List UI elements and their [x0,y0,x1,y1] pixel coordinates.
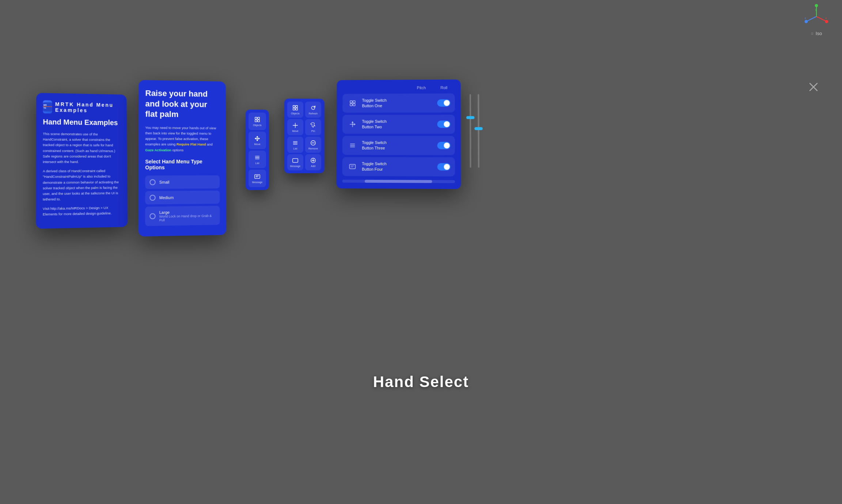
pin-icon [310,122,316,129]
card-large-panel: Pitch Roll Toggle SwitchButton One Toggl… [337,80,461,189]
scrollbar-thumb [365,180,432,183]
medium-label-move: Move [292,130,298,132]
svg-text:z: z [805,16,806,20]
mrtk-logo: MR TK [43,100,52,113]
svg-line-3 [816,16,826,21]
toggle-label-3: Toggle SwitchButton Three [362,140,433,151]
svg-line-9 [810,83,817,91]
option-large-label: Large [159,210,170,215]
hand-select-label: Hand Select [373,373,469,391]
svg-rect-18 [258,120,259,122]
toggle-switch-2[interactable] [437,121,450,128]
svg-text:y: y [815,8,817,11]
pitch-label: Pitch [417,86,426,90]
objects-icon-med [292,105,299,111]
toggle-row-4: Toggle SwitchButton Four [342,157,455,177]
roll-thumb [474,127,482,130]
card-raise-hand-title: Raise your hand and look at your flat pa… [145,88,219,120]
gizmo-iso-text: Iso [816,31,822,36]
highlight-require-flat-hand: Require Flat Hand [177,142,206,146]
message-icon-med [292,157,299,164]
toggle-switch-3[interactable] [437,142,450,149]
medium-label-list: List [293,147,297,150]
list-icon-med [292,140,299,146]
medium-menu-btn-pin[interactable]: Pin [305,119,321,135]
card-raise-hand-body: You may need to move your hands out of v… [145,125,219,153]
medium-menu-btn-remove[interactable]: Remove [305,137,321,153]
option-large-sublabel: World Lock on Hand drop or Grab & Pull [159,214,216,222]
toggle-row-1: Toggle SwitchButton One [342,94,455,113]
highlight-gaze-activation: Gaze Activation [145,148,171,152]
svg-text:MR: MR [43,104,47,106]
svg-rect-32 [293,159,298,163]
pitch-slider[interactable] [470,94,471,167]
toggle-label-2: Toggle SwitchButton Two [362,119,433,130]
medium-label-remove: Remove [308,147,318,150]
small-menu-btn-message[interactable]: Message [249,170,266,187]
add-icon [310,157,316,164]
small-menu-label-objects: Objects [253,124,262,126]
small-menu-btn-list[interactable]: List [249,151,266,168]
card-medium-menu: Objects Refresh Move Pin List Remove Mes… [284,99,325,174]
svg-rect-23 [293,106,295,107]
radio-small-icon [149,179,155,185]
card-hand-menu-para2: A derived class of HandConstraint called… [43,168,121,202]
medium-menu-btn-move[interactable]: Move [287,119,303,135]
close-button[interactable] [807,80,820,94]
medium-label-refresh: Refresh [309,112,318,115]
medium-label-add: Add [311,165,315,167]
svg-rect-16 [258,117,259,119]
toggle-switch-4[interactable] [437,163,450,170]
radio-large-icon [149,213,155,219]
svg-point-1 [805,20,808,23]
card-hand-menu-para3: Visit http://aka.ms/MRDocs > Design > UX… [43,205,121,217]
medium-menu-btn-add[interactable]: Add [305,154,321,170]
roll-slider[interactable] [478,94,479,167]
toggle-label-4: Toggle SwitchButton Four [362,161,433,172]
gizmo-label: ≡ Iso [811,31,822,36]
small-menu-label-move: Move [254,143,260,145]
medium-menu-btn-refresh[interactable]: Refresh [305,102,321,118]
option-large[interactable]: Large World Lock on Hand drop or Grab & … [145,206,220,226]
medium-menu-btn-objects[interactable]: Objects [287,102,303,118]
logo-row: MR TK MRTK Hand Menu Examples [43,100,120,114]
medium-label-pin: Pin [311,130,315,132]
sliders-container [470,94,479,175]
message-icon [254,173,261,180]
gizmo-container: z x y ≡ Iso [798,4,835,40]
medium-menu-btn-list[interactable]: List [287,137,303,153]
option-small-label: Small [159,180,170,184]
svg-line-10 [810,83,817,91]
svg-rect-15 [255,117,257,119]
svg-rect-37 [353,101,355,103]
option-small[interactable]: Small [145,175,220,189]
small-menu-btn-objects[interactable]: Objects [249,113,266,130]
toggle-row-3: Toggle SwitchButton Three [342,136,455,155]
mrtk-logo-icon: MR TK [43,101,52,113]
option-medium[interactable]: Medium [145,190,220,204]
roll-label: Roll [440,86,447,90]
card-small-menu: Objects Move List Message [246,110,269,190]
small-menu-btn-move[interactable]: Move [249,132,266,149]
small-menu-label-list: List [255,162,259,164]
toggle-switch-1[interactable] [437,99,450,107]
card-hand-menu-title: Hand Menu Examples [43,117,120,127]
mrtk-title: MRTK Hand Menu Examples [55,101,120,114]
medium-label-message: Message [290,165,300,167]
svg-rect-24 [296,106,297,107]
card-raise-hand: Raise your hand and look at your flat pa… [139,80,227,236]
medium-menu-btn-message[interactable]: Message [287,154,303,170]
medium-label-objects: Objects [291,112,300,115]
panel-scrollbar[interactable] [342,180,455,183]
toggle-icon-4 [346,161,358,173]
toggle-icon-1 [347,98,359,109]
svg-rect-22 [255,175,260,179]
move-icon-med [292,122,299,129]
toggle-label-1: Toggle SwitchButton One [362,97,434,109]
small-menu-label-message: Message [252,181,262,183]
close-icon [808,82,819,92]
svg-text:x: x [826,16,827,20]
gizmo-axes-icon: z x y [804,4,829,29]
svg-rect-43 [349,164,355,169]
svg-rect-17 [255,120,257,122]
